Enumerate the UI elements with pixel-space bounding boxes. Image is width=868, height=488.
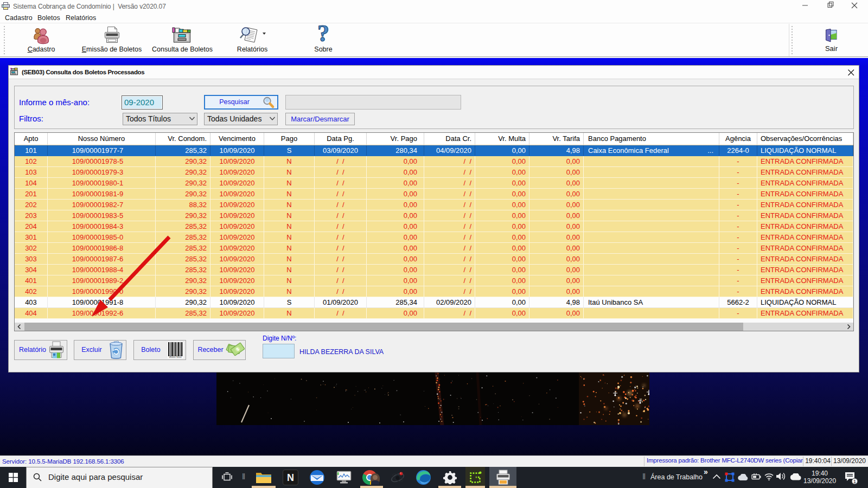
svg-text:1: 1: [853, 479, 856, 484]
svg-text:36101 5011: 36101 5011: [169, 356, 182, 358]
